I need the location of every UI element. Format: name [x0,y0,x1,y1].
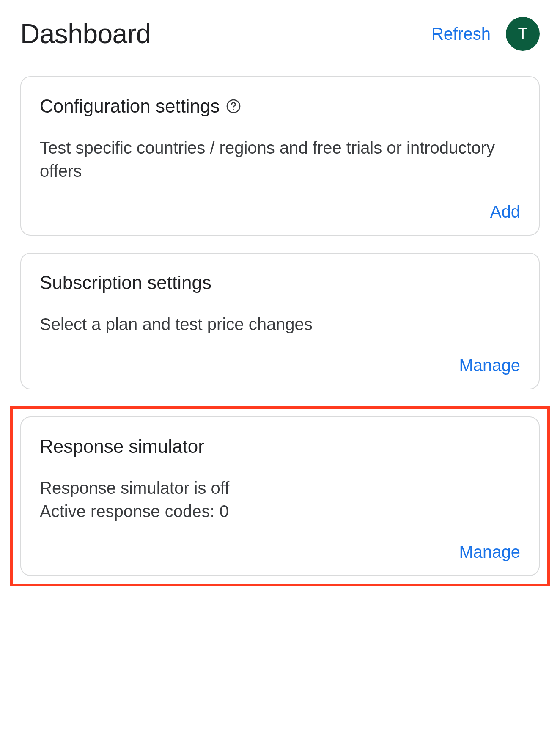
avatar-initial: T [518,25,527,43]
card-title-row: Configuration settings [40,96,520,117]
card-title: Response simulator [40,436,204,457]
card-description: Select a plan and test price changes [40,313,520,336]
help-circle-icon[interactable] [226,99,241,114]
header-actions: Refresh T [431,17,540,51]
add-button[interactable]: Add [490,202,520,221]
card-actions: Add [40,202,520,221]
card-configuration-settings: Configuration settings Test specific cou… [20,76,540,236]
avatar[interactable]: T [506,17,540,51]
card-title: Subscription settings [40,272,211,293]
card-subscription-settings: Subscription settings Select a plan and … [20,253,540,389]
card-title-row: Subscription settings [40,272,520,293]
status-text: Response simulator is off [40,477,520,500]
manage-button[interactable]: Manage [459,356,520,375]
card-description: Response simulator is off Active respons… [40,477,520,523]
header: Dashboard Refresh T [20,17,540,51]
page-title: Dashboard [20,18,151,50]
card-description: Test specific countries / regions and fr… [40,136,520,183]
active-codes-text: Active response codes: 0 [40,500,520,523]
manage-button[interactable]: Manage [459,543,520,562]
card-actions: Manage [40,543,520,562]
highlight-frame: Response simulator Response simulator is… [10,406,550,586]
card-title-row: Response simulator [40,436,520,457]
card-actions: Manage [40,356,520,375]
refresh-button[interactable]: Refresh [431,25,491,44]
svg-point-1 [233,109,234,110]
card-response-simulator: Response simulator Response simulator is… [20,416,540,576]
card-title: Configuration settings [40,96,220,117]
